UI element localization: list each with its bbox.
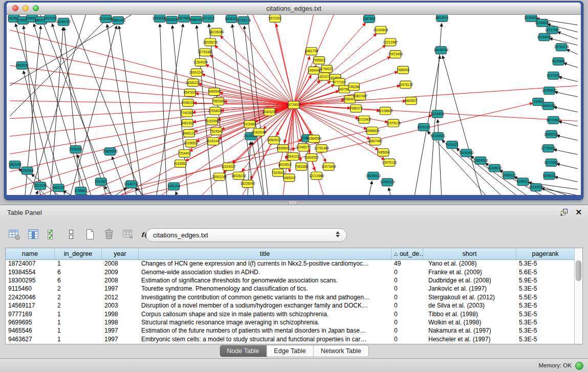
graph-node[interactable]: 12154549 bbox=[535, 19, 550, 27]
graph-edge[interactable] bbox=[563, 63, 577, 68]
graph-hub-node[interactable]: 18724007 bbox=[287, 101, 301, 109]
graph-edge[interactable] bbox=[294, 15, 314, 105]
graph-edge[interactable] bbox=[253, 15, 294, 105]
vertical-scrollbar[interactable] bbox=[574, 248, 582, 344]
graph-node[interactable]: 16151447 bbox=[206, 138, 221, 145]
graph-node[interactable]: 9329966 bbox=[552, 58, 565, 65]
graph-node[interactable]: 12730415 bbox=[541, 145, 556, 152]
graph-edge[interactable] bbox=[559, 121, 578, 126]
graph-edge[interactable] bbox=[541, 188, 575, 195]
graph-edge[interactable] bbox=[36, 191, 38, 195]
graph-edge[interactable] bbox=[555, 92, 578, 97]
graph-node[interactable]: 20605595 bbox=[103, 148, 118, 156]
graph-node[interactable]: 5572302 bbox=[269, 15, 281, 22]
network-table-select[interactable]: citations_edges.txt bbox=[146, 228, 347, 242]
graph-node[interactable]: 10196522 bbox=[184, 140, 199, 147]
graph-node[interactable]: 16648784 bbox=[433, 47, 448, 54]
graph-node[interactable]: 9152458 bbox=[206, 117, 219, 125]
table-row[interactable]: 946554611997Estimation of the future num… bbox=[6, 326, 575, 335]
graph-node[interactable]: 1156863 bbox=[74, 187, 87, 195]
graph-node[interactable]: 12213987 bbox=[383, 38, 398, 46]
graph-node[interactable]: 10973493 bbox=[388, 51, 403, 58]
graph-node[interactable]: 9777169 bbox=[333, 78, 346, 86]
graph-node[interactable]: 9036102 bbox=[182, 99, 194, 107]
graph-node[interactable]: 12217087 bbox=[545, 26, 560, 34]
graph-node[interactable]: 9465546 bbox=[208, 88, 221, 96]
graph-node[interactable]: 1071912 bbox=[202, 15, 214, 22]
graph-node[interactable]: 6961758 bbox=[305, 48, 318, 55]
graph-node[interactable]: 7955812 bbox=[313, 57, 325, 64]
table-row[interactable]: 1938455462009Genome-wide association stu… bbox=[6, 268, 575, 276]
graph-node[interactable]: 9024518 bbox=[279, 161, 292, 168]
graph-edge[interactable] bbox=[160, 24, 166, 195]
graph-edge[interactable] bbox=[141, 103, 533, 195]
graph-node[interactable]: 1862045 bbox=[9, 161, 21, 168]
graph-node[interactable]: 9227343 bbox=[547, 72, 560, 79]
graph-node[interactable]: 14569117 bbox=[267, 137, 281, 144]
graph-node[interactable]: 17554011 bbox=[208, 107, 223, 115]
graph-node[interactable]: 9461902 bbox=[181, 119, 194, 127]
graph-node[interactable]: 7485064 bbox=[377, 149, 390, 157]
graph-node[interactable]: 9151421 bbox=[446, 141, 459, 149]
column-header-name[interactable]: name bbox=[6, 248, 55, 259]
graph-node[interactable]: 9163562 bbox=[174, 160, 187, 167]
graph-node[interactable]: 2255359 bbox=[20, 167, 33, 174]
graph-node[interactable]: 19245013 bbox=[366, 172, 381, 180]
graph-node[interactable]: 11834522 bbox=[304, 154, 319, 161]
graph-node[interactable]: 16720407 bbox=[357, 116, 372, 123]
graph-node[interactable]: 19734093 bbox=[537, 33, 552, 41]
graph-node[interactable]: 20001249 bbox=[212, 173, 227, 181]
graph-edge[interactable] bbox=[557, 164, 578, 168]
graph-node[interactable]: 20001247 bbox=[189, 69, 204, 76]
zoom-window-icon[interactable] bbox=[33, 5, 39, 11]
graph-edge[interactable] bbox=[136, 188, 144, 195]
graph-node[interactable]: 6466161 bbox=[190, 16, 203, 24]
table-row[interactable]: 946362711997Embryonic stem cells: a mode… bbox=[6, 335, 575, 343]
graph-node[interactable]: 10688609 bbox=[365, 127, 380, 135]
graph-node[interactable]: 12450122 bbox=[502, 171, 516, 179]
table-settings-icon[interactable] bbox=[7, 227, 21, 242]
graph-edge[interactable] bbox=[369, 181, 372, 195]
graph-edge[interactable] bbox=[438, 120, 441, 195]
graph-node[interactable]: 8547829 bbox=[184, 89, 197, 97]
graph-node[interactable]: 746266 bbox=[349, 83, 360, 91]
graph-node[interactable]: 7963365 bbox=[212, 98, 225, 105]
column-header-title[interactable]: title bbox=[139, 248, 391, 259]
tab-node-table[interactable]: Node Table bbox=[220, 345, 266, 357]
graph-node[interactable]: 19384554 bbox=[307, 135, 321, 143]
import-table-disabled-icon[interactable] bbox=[121, 227, 135, 242]
graph-node[interactable]: 18226088 bbox=[209, 28, 224, 36]
graph-node[interactable]: 12142737 bbox=[124, 181, 139, 188]
graph-node[interactable]: 10719124 bbox=[236, 16, 251, 24]
graph-node[interactable]: 16770800 bbox=[544, 159, 559, 166]
graph-node[interactable]: 9463627 bbox=[405, 97, 418, 105]
table-row[interactable]: 1830029562008Estimation of significance … bbox=[6, 276, 575, 285]
graph-node[interactable]: 8813014 bbox=[435, 15, 448, 21]
graph-node[interactable]: 10924518 bbox=[473, 157, 488, 164]
graph-node[interactable]: 18226090 bbox=[241, 180, 255, 188]
graph-edge[interactable] bbox=[176, 191, 177, 195]
graph-node[interactable]: 10807487 bbox=[353, 93, 367, 100]
tab-network-table[interactable]: Network Table bbox=[313, 345, 368, 357]
graph-node[interactable]: 12751481 bbox=[198, 49, 213, 56]
graph-edge[interactable] bbox=[567, 50, 578, 54]
graph-node[interactable]: 15953 bbox=[533, 98, 544, 106]
graph-edge[interactable] bbox=[555, 177, 578, 182]
float-window-icon[interactable] bbox=[560, 208, 568, 216]
graph-node[interactable]: 1527602 bbox=[178, 15, 190, 22]
graph-node[interactable]: 12093832 bbox=[542, 87, 557, 95]
new-column-icon[interactable] bbox=[83, 227, 97, 242]
graph-edge[interactable] bbox=[107, 25, 136, 195]
graph-edge[interactable] bbox=[10, 48, 294, 105]
graph-node[interactable]: 7485063 bbox=[397, 66, 409, 74]
graph-node[interactable]: 19192450 bbox=[459, 149, 474, 157]
graph-edge[interactable] bbox=[10, 105, 294, 189]
graph-node[interactable]: 16193531 bbox=[431, 133, 446, 140]
graph-node[interactable]: 16210643 bbox=[546, 116, 561, 124]
graph-node[interactable]: 18381237 bbox=[186, 79, 201, 86]
graph-node[interactable]: 7254402 bbox=[178, 150, 191, 158]
window-titlebar[interactable]: citations_edges.txt bbox=[7, 3, 581, 15]
column-header-short[interactable]: short bbox=[423, 248, 516, 259]
graph-edge[interactable] bbox=[443, 56, 482, 195]
graph-node[interactable]: 19245012 bbox=[487, 164, 502, 172]
